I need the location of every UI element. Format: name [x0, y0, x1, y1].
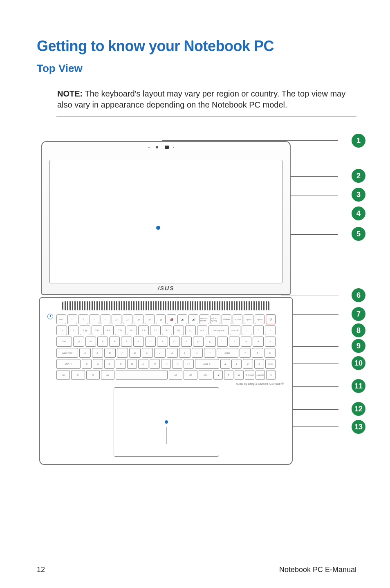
- key: 🔇: [167, 314, 177, 324]
- key: 4 $: [103, 325, 114, 335]
- key: 1: [231, 359, 242, 369]
- key: ✉: [145, 314, 155, 324]
- doc-title: Notebook PC E-Manual: [279, 566, 356, 574]
- key: 2: [243, 359, 253, 369]
- key: 7 &: [138, 325, 149, 335]
- key: D: [104, 348, 116, 358]
- key: tab: [56, 337, 72, 346]
- callout-11: 11: [352, 379, 365, 393]
- key: ctrl: [56, 370, 70, 380]
- key: M: [150, 359, 160, 369]
- callout-7: 7: [352, 307, 365, 321]
- keyboard-row: ctrlfn⊞alt alt▤ctrl◀▼▶0 insert. delete□: [56, 370, 276, 380]
- key: V: [116, 359, 126, 369]
- note-label: NOTE:: [57, 89, 83, 98]
- mic-dot-icon: [148, 147, 150, 148]
- key: B: [127, 359, 137, 369]
- page-number: 12: [37, 566, 45, 574]
- key: ▼: [224, 370, 233, 380]
- key: shift ⇧: [195, 359, 219, 369]
- key: caps lock: [56, 348, 78, 358]
- callout-1: 1: [352, 134, 365, 148]
- touchpad-divider: [166, 427, 167, 444]
- key: X: [93, 359, 103, 369]
- key: ctrl: [199, 370, 212, 380]
- key: 🔉: [177, 314, 187, 324]
- key: 9 (: [162, 325, 173, 335]
- callout-9: 9: [352, 339, 365, 353]
- callout-3: 3: [352, 188, 365, 202]
- key: W: [85, 337, 96, 346]
- key: C: [104, 359, 114, 369]
- callout-10: 10: [352, 356, 365, 370]
- key: S: [92, 348, 103, 358]
- key: R: [109, 337, 120, 346]
- key: \ |: [217, 337, 228, 346]
- key: Q: [73, 337, 84, 346]
- key: -: [265, 325, 276, 335]
- key: Y: [133, 337, 144, 346]
- section-subheading: Top View: [37, 62, 356, 75]
- key: delete: [222, 314, 231, 324]
- key: 8: [241, 337, 251, 346]
- callout-12: 12: [352, 402, 365, 416]
- key: / ?: [184, 359, 194, 369]
- key: H: [142, 348, 153, 358]
- key: ⏻: [266, 314, 276, 324]
- key: ⊡: [123, 314, 132, 324]
- key: ` ~: [56, 325, 67, 335]
- key: E: [97, 337, 108, 346]
- keyboard: escz¹ƒ☼☼⊡⊡▭✉◀🔇🔉🔊pause breakprt sc sysrqd…: [56, 314, 276, 380]
- key: = +: [197, 325, 208, 335]
- key: [116, 370, 168, 380]
- key: O: [169, 337, 180, 346]
- key: ☼: [90, 314, 99, 324]
- key: 6 ^: [127, 325, 137, 335]
- key: I: [157, 337, 168, 346]
- key: enter: [265, 359, 276, 369]
- camera-led-icon: [156, 146, 158, 148]
- key: L: [179, 348, 191, 358]
- brand-logo: /SUS: [158, 285, 175, 292]
- key: 🔊: [188, 314, 198, 324]
- key: G: [129, 348, 141, 358]
- key: num lk: [230, 325, 240, 335]
- key: +: [265, 337, 276, 346]
- key: T: [121, 337, 132, 346]
- section-heading: Getting to know your Notebook PC: [37, 38, 356, 55]
- display-marker-icon: [156, 226, 160, 230]
- key: ; :: [192, 348, 203, 358]
- key: 0 ): [173, 325, 184, 335]
- key: 8 *: [150, 325, 161, 335]
- power-indicator-icon: [47, 314, 53, 319]
- key: 5 %: [115, 325, 126, 335]
- key: /: [242, 325, 252, 335]
- keyboard-row: caps lockASDFGHJKL; :' "enter456: [56, 348, 276, 358]
- leader-line: [281, 296, 338, 296]
- key: 0 insert: [245, 370, 254, 380]
- touchpad-marker-icon: [165, 420, 168, 424]
- key: ⊡: [112, 314, 121, 324]
- key: prt sc sysrq: [211, 314, 220, 324]
- key: 2 @: [80, 325, 90, 335]
- notebook-top-view-diagram: 12345678910111213 /SUS: [39, 134, 358, 473]
- keyboard-row: tabQWERTYUIOP[ {] }\ |789+: [56, 337, 276, 346]
- key: Z: [82, 359, 92, 369]
- key: U: [145, 337, 156, 346]
- touchpad: [114, 387, 219, 457]
- key: z¹: [67, 314, 77, 324]
- key: enter: [217, 348, 238, 358]
- key: *: [253, 325, 264, 335]
- key: 5: [252, 348, 263, 358]
- hinge-vent: [62, 301, 270, 310]
- camera-icon: [165, 146, 169, 149]
- callout-2: 2: [352, 169, 365, 183]
- note-text: The keyboard's layout may vary per regio…: [57, 89, 345, 109]
- key: , <: [161, 359, 171, 369]
- key: □: [266, 370, 276, 380]
- key: ◀: [156, 314, 166, 324]
- callout-13: 13: [352, 420, 365, 434]
- key: 4: [240, 348, 251, 358]
- key: J: [154, 348, 166, 358]
- key: backspace: [208, 325, 229, 335]
